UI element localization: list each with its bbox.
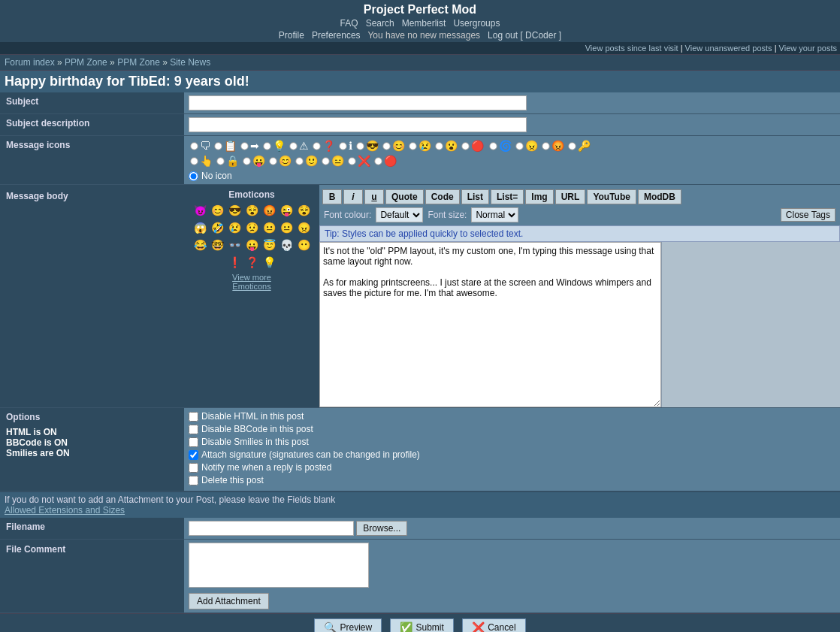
message-textarea[interactable]: It's not the "old" PPM layout, it's my c…: [319, 242, 661, 407]
filename-input-cell: Browse...: [184, 518, 840, 540]
subject-desc-input[interactable]: [189, 117, 527, 132]
browse-button[interactable]: Browse...: [356, 521, 407, 536]
icon-radio-11[interactable]: 😮: [434, 140, 458, 152]
bold-button[interactable]: B: [322, 189, 342, 204]
disable-html-checkbox[interactable]: [189, 412, 198, 422]
smilies-value: ON: [56, 448, 70, 458]
file-comment-textarea[interactable]: [189, 543, 369, 588]
close-tags-button[interactable]: Close Tags: [781, 208, 835, 222]
underline-button[interactable]: u: [364, 189, 384, 204]
view-more-emoticons[interactable]: View moreEmoticons: [189, 273, 315, 291]
memberlist-link[interactable]: Memberlist: [402, 18, 446, 29]
icon-radio-4[interactable]: 💡: [262, 140, 286, 152]
filename-input[interactable]: [189, 521, 354, 536]
emoticon-24[interactable]: 💡: [261, 255, 276, 270]
icon-radio-18[interactable]: 🔒: [216, 155, 239, 167]
icon-radio-7[interactable]: ℹ: [338, 140, 352, 152]
icon-radio-9[interactable]: 😊: [382, 140, 405, 152]
icon-radio-24[interactable]: 🔴: [373, 155, 397, 167]
breadcrumb-forum-index[interactable]: Forum index: [5, 57, 55, 68]
breadcrumb-ppm-zone-2[interactable]: PPM Zone: [117, 57, 160, 68]
attach-sig-checkbox[interactable]: [189, 450, 198, 460]
emoticon-7[interactable]: 😵: [296, 203, 311, 218]
disable-smilies-row: Disable Smilies in this post: [189, 437, 835, 447]
icon-radio-15[interactable]: 😡: [541, 140, 564, 152]
img-button[interactable]: Img: [525, 189, 553, 204]
disable-bbcode-checkbox[interactable]: [189, 425, 198, 434]
cancel-button[interactable]: ❌ Cancel: [462, 618, 525, 632]
search-link[interactable]: Search: [366, 18, 394, 29]
icon-radio-20[interactable]: 😊: [268, 155, 292, 167]
icon-radio-17[interactable]: 👆: [189, 155, 213, 167]
icon-radio-16[interactable]: 🔑: [567, 140, 591, 152]
delete-post-checkbox[interactable]: [189, 476, 198, 485]
icon-radio-12[interactable]: 🔴: [461, 140, 484, 152]
emoticon-18[interactable]: 😛: [244, 237, 259, 252]
icon-radio-23[interactable]: ❌: [347, 155, 370, 167]
emoticon-23[interactable]: ❓: [244, 255, 259, 270]
breadcrumb-ppm-zone-1[interactable]: PPM Zone: [65, 57, 107, 68]
emoticon-19[interactable]: 😇: [261, 237, 276, 252]
notify-label: Notify me when a reply is posted: [201, 462, 331, 473]
icon-radio-22[interactable]: 😑: [321, 155, 344, 167]
view-since-last-link[interactable]: View posts since last visit: [585, 44, 678, 53]
disable-smilies-checkbox[interactable]: [189, 437, 198, 447]
breadcrumb-site-news[interactable]: Site News: [170, 57, 210, 68]
emoticon-6[interactable]: 😜: [279, 203, 294, 218]
emoticon-17[interactable]: 👓: [227, 237, 242, 252]
no-icon-radio[interactable]: [189, 171, 198, 181]
emoticon-21[interactable]: 😶: [296, 237, 311, 252]
icon-radio-3[interactable]: ➡: [240, 140, 259, 152]
emoticon-13[interactable]: 😐: [279, 220, 294, 235]
notify-checkbox[interactable]: [189, 463, 198, 473]
icon-radio-6[interactable]: ❓: [312, 140, 335, 152]
preview-button[interactable]: 🔍 Preview: [314, 618, 382, 632]
subject-input[interactable]: [189, 95, 527, 110]
submit-button[interactable]: ✅ Submit: [390, 618, 453, 632]
list-button[interactable]: List: [461, 189, 489, 204]
emoticon-8[interactable]: 😱: [192, 220, 207, 235]
icon-radio-19[interactable]: 😛: [242, 155, 265, 167]
view-unanswered-link[interactable]: View unanswered posts: [685, 44, 772, 53]
icon-radio-21[interactable]: 🙂: [295, 155, 318, 167]
profile-link[interactable]: Profile: [279, 30, 304, 41]
faq-link[interactable]: FAQ: [340, 18, 358, 29]
code-button[interactable]: Code: [425, 189, 460, 204]
youtube-button[interactable]: YouTube: [587, 189, 636, 204]
view-your-posts-link[interactable]: View your posts: [779, 44, 837, 53]
html-value: ON: [44, 427, 57, 437]
emoticon-22[interactable]: ❗: [227, 255, 242, 270]
preferences-link[interactable]: Preferences: [312, 30, 361, 41]
emoticon-20[interactable]: 💀: [279, 237, 294, 252]
icon-radio-8[interactable]: 😎: [355, 140, 379, 152]
font-colour-select[interactable]: Default: [376, 207, 423, 222]
add-attachment-button[interactable]: Add Attachment: [189, 593, 269, 609]
emoticon-16[interactable]: 🤓: [210, 237, 225, 252]
list-eq-button[interactable]: List=: [491, 189, 524, 204]
icon-radio-2[interactable]: 📋: [213, 140, 237, 152]
url-button[interactable]: URL: [555, 189, 586, 204]
italic-button[interactable]: i: [343, 189, 363, 204]
emoticon-14[interactable]: 😠: [296, 220, 311, 235]
emoticon-12[interactable]: 😐: [261, 220, 276, 235]
emoticon-15[interactable]: 😂: [192, 237, 207, 252]
font-size-select[interactable]: Normal: [471, 207, 518, 222]
emoticon-10[interactable]: 😢: [227, 220, 242, 235]
icon-radio-1[interactable]: 🗨: [189, 140, 210, 152]
emoticon-2[interactable]: 😊: [210, 203, 225, 218]
icon-radio-13[interactable]: 🌀: [488, 140, 512, 152]
usergroups-link[interactable]: Usergroups: [453, 18, 500, 29]
icon-radio-5[interactable]: ⚠: [289, 140, 309, 152]
allowed-ext-link[interactable]: Allowed Extensions and Sizes: [5, 505, 125, 516]
emoticon-11[interactable]: 😟: [244, 220, 259, 235]
logout-link[interactable]: Log out [ DCoder ]: [488, 30, 561, 41]
icon-radio-10[interactable]: 😢: [408, 140, 431, 152]
emoticon-3[interactable]: 😎: [227, 203, 242, 218]
emoticon-5[interactable]: 😡: [261, 203, 276, 218]
icon-radio-14[interactable]: 😠: [515, 140, 538, 152]
emoticon-9[interactable]: 🤣: [210, 220, 225, 235]
moddb-button[interactable]: ModDB: [638, 189, 681, 204]
emoticon-1[interactable]: 😈: [192, 203, 207, 218]
emoticon-4[interactable]: 😵: [244, 203, 259, 218]
quote-button[interactable]: Quote: [385, 189, 424, 204]
